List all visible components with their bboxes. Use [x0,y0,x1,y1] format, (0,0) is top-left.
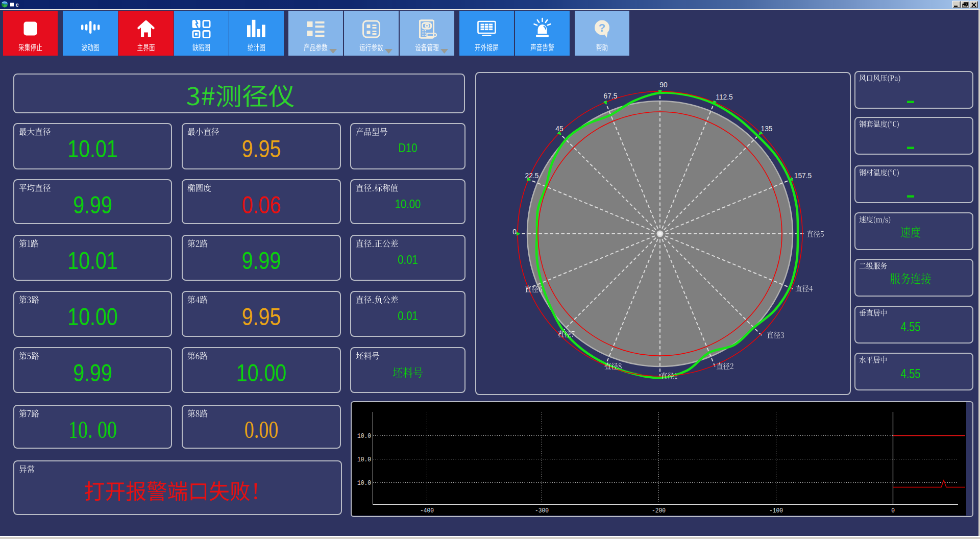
svg-text:-100: -100 [769,507,783,514]
svg-text:-200: -200 [652,507,666,514]
svg-text:10. 00: 10. 00 [68,416,117,443]
svg-text:10.00: 10.00 [236,359,286,386]
svg-text:10.0: 10.0 [357,456,371,463]
svg-text:?: ? [599,21,605,34]
svg-text:112.5: 112.5 [716,93,733,101]
svg-text:D10: D10 [398,141,417,155]
svg-text:-300: -300 [535,507,549,514]
svg-text:10.0: 10.0 [357,479,371,487]
svg-text:-400: -400 [420,507,434,514]
svg-text:0.01: 0.01 [398,253,418,267]
svg-text:9.99: 9.99 [73,191,112,218]
svg-text:10.00: 10.00 [67,303,117,330]
svg-text:9.95: 9.95 [242,135,281,162]
svg-text:0: 0 [891,507,895,514]
svg-text:9.99: 9.99 [242,247,281,274]
svg-text:9.99: 9.99 [73,359,112,386]
svg-text:10.00: 10.00 [395,198,421,211]
svg-text:4.55: 4.55 [901,366,921,381]
svg-text:90: 90 [659,81,667,89]
svg-text:67.5: 67.5 [604,92,618,100]
svg-text:9.95: 9.95 [242,303,281,330]
svg-text:10.01: 10.01 [67,247,117,274]
svg-text:22.5: 22.5 [525,172,539,180]
svg-text:10.0: 10.0 [357,432,371,440]
svg-text:0.00: 0.00 [244,416,278,443]
svg-text:c: c [16,2,19,8]
svg-text:0.01: 0.01 [398,309,418,323]
svg-text:10.01: 10.01 [67,135,117,162]
svg-text:0.06: 0.06 [242,191,281,218]
svg-text:45: 45 [555,125,563,133]
svg-text:4.55: 4.55 [901,319,921,334]
svg-text:0: 0 [512,228,517,236]
svg-text:157.5: 157.5 [794,172,812,180]
svg-text:135: 135 [761,125,773,133]
